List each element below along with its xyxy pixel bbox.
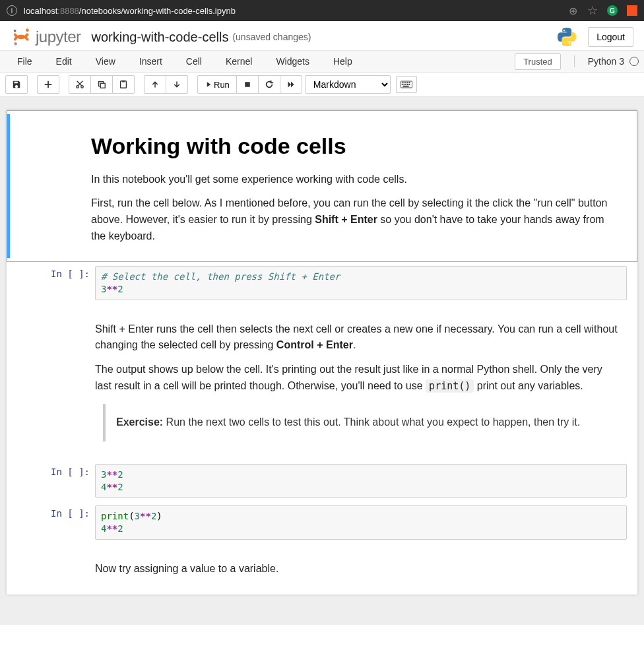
menu-help[interactable]: Help — [321, 50, 364, 73]
trusted-indicator[interactable]: Trusted — [515, 53, 561, 70]
zoom-icon[interactable]: ⊕ — [567, 5, 578, 16]
svg-point-1 — [26, 28, 29, 32]
save-button[interactable] — [5, 75, 28, 94]
code-cell[interactable]: In [ ]: 3**2 4**2 — [7, 460, 637, 502]
svg-rect-19 — [407, 84, 408, 85]
move-cell-up-button[interactable] — [144, 75, 166, 94]
menu-kernel[interactable]: Kernel — [214, 50, 264, 73]
svg-point-4 — [81, 86, 84, 88]
jupyter-logo-text: jupyter — [36, 28, 81, 46]
code-input[interactable]: # Select the cell, then press Shift + En… — [95, 266, 627, 300]
paragraph: First, run the cell below. As I mentione… — [91, 195, 622, 244]
kernel-idle-icon — [629, 57, 639, 66]
svg-rect-13 — [405, 82, 406, 83]
cell-prompt: In [ ]: — [11, 505, 95, 521]
svg-point-0 — [14, 30, 16, 32]
menu-view[interactable]: View — [84, 50, 127, 73]
jupyter-logo-icon — [11, 27, 32, 47]
markdown-render: Now try assigning a value to a variable. — [95, 548, 627, 591]
cell-prompt — [11, 308, 95, 313]
svg-rect-20 — [408, 84, 410, 85]
svg-rect-9 — [245, 82, 250, 87]
menu-insert[interactable]: Insert — [127, 50, 174, 73]
menu-file[interactable]: File — [5, 50, 44, 73]
menu-widgets[interactable]: Widgets — [264, 50, 321, 73]
divider — [574, 55, 575, 67]
svg-rect-8 — [122, 81, 125, 82]
svg-point-2 — [14, 42, 17, 46]
save-status: (unsaved changes) — [232, 32, 311, 42]
paragraph: Now try assigning a value to a variable. — [95, 561, 622, 577]
url-text[interactable]: localhost:8888/notebooks/working-with-co… — [24, 6, 561, 16]
extension-icon[interactable] — [627, 5, 637, 16]
paragraph: The output shows up below the cell. It's… — [95, 362, 622, 395]
paste-button[interactable] — [112, 75, 135, 94]
code-input[interactable]: print(3**2) 4**2 — [95, 505, 627, 540]
svg-point-3 — [77, 86, 79, 88]
code-cell[interactable]: In [ ]: # Select the cell, then press Sh… — [7, 262, 637, 304]
url-path: /notebooks/working-with-code-cells.ipynb — [79, 6, 236, 16]
svg-rect-11 — [402, 82, 403, 83]
svg-rect-21 — [402, 86, 408, 87]
kernel-name[interactable]: Python 3 — [588, 56, 639, 67]
url-host: localhost — [24, 6, 57, 16]
notebook-shell: Working with code cells In this notebook… — [0, 97, 644, 625]
code-input[interactable]: 3**2 4**2 — [95, 464, 627, 498]
restart-kernel-button[interactable] — [258, 75, 280, 94]
cell-prompt — [11, 114, 91, 119]
markdown-cell[interactable]: Working with code cells In this notebook… — [7, 110, 637, 262]
svg-rect-17 — [403, 84, 404, 85]
menu-edit[interactable]: Edit — [44, 50, 84, 73]
svg-rect-18 — [405, 84, 406, 85]
markdown-cell[interactable]: Now try assigning a value to a variable. — [7, 544, 637, 595]
logout-button[interactable]: Logout — [588, 27, 633, 47]
browser-address-bar: i localhost:8888/notebooks/working-with-… — [0, 0, 644, 21]
insert-cell-below-button[interactable] — [37, 75, 59, 94]
svg-rect-16 — [402, 84, 403, 85]
markdown-render: Shift + Enter runs the cell then selects… — [95, 308, 627, 456]
svg-rect-12 — [403, 82, 404, 83]
jupyter-header: jupyter working-with-code-cells (unsaved… — [0, 21, 644, 50]
markdown-render: Working with code cells In this notebook… — [91, 114, 627, 258]
url-port: :8888 — [57, 6, 79, 16]
paragraph: In this notebook you'll get some experie… — [91, 172, 622, 188]
python-logo-icon — [556, 26, 577, 48]
run-button[interactable]: Run — [197, 75, 237, 94]
exercise-blockquote: Exercise: Run the next two cells to test… — [103, 404, 622, 441]
interrupt-kernel-button[interactable] — [236, 75, 259, 94]
inline-code: print() — [426, 379, 474, 393]
notebook-container: Working with code cells In this notebook… — [7, 110, 637, 595]
run-button-label: Run — [214, 80, 230, 90]
cut-button[interactable] — [69, 75, 91, 94]
cell-prompt: In [ ]: — [11, 266, 95, 282]
copy-button[interactable] — [90, 75, 113, 94]
command-palette-button[interactable] — [396, 76, 417, 93]
svg-rect-14 — [407, 82, 408, 83]
svg-rect-15 — [408, 82, 410, 83]
cell-prompt — [11, 548, 95, 553]
move-cell-down-button[interactable] — [166, 75, 188, 94]
cell-prompt: In [ ]: — [11, 464, 95, 480]
notebook-heading: Working with code cells — [91, 129, 622, 164]
info-icon[interactable]: i — [7, 5, 17, 16]
svg-rect-6 — [100, 83, 105, 88]
jupyter-logo[interactable]: jupyter — [11, 27, 81, 47]
bookmark-star-icon[interactable]: ☆ — [587, 5, 598, 16]
extension-grammarly-icon[interactable]: G — [607, 5, 618, 16]
cell-type-select[interactable]: Markdown — [305, 75, 391, 94]
toolbar: Run Markdown — [0, 73, 644, 97]
menubar: File Edit View Insert Cell Kernel Widget… — [0, 50, 644, 73]
menu-cell[interactable]: Cell — [174, 50, 214, 73]
notebook-name[interactable]: working-with-code-cells — [92, 30, 229, 45]
markdown-cell[interactable]: Shift + Enter runs the cell then selects… — [7, 304, 637, 460]
kernel-name-text: Python 3 — [588, 56, 624, 67]
code-cell[interactable]: In [ ]: print(3**2) 4**2 — [7, 502, 637, 544]
paragraph: Shift + Enter runs the cell then selects… — [95, 321, 622, 354]
restart-run-all-button[interactable] — [280, 75, 302, 94]
